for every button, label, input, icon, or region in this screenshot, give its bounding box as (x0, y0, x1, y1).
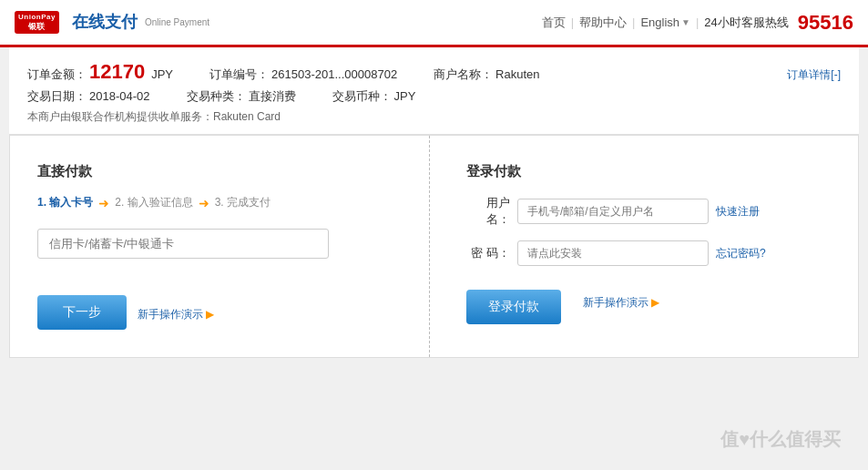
direct-demo-text: 新手操作演示 (138, 307, 203, 322)
payment-steps: 1. 输入卡号 ➜ 2. 输入验证信息 ➜ 3. 完成支付 (37, 195, 402, 210)
login-form: 用户名： 快速注册 密 码： 忘记密码? (466, 195, 831, 266)
order-no-field: 订单编号： 261503-201...00008702 (209, 66, 397, 83)
type-label: 交易种类： (187, 88, 246, 105)
lang-selector[interactable]: English ▼ (640, 15, 690, 29)
forgot-password-link[interactable]: 忘记密码? (716, 246, 766, 261)
nav-sep3: | (696, 15, 699, 29)
password-input[interactable] (517, 240, 709, 266)
amount-currency: JPY (151, 67, 173, 81)
service-text: 本商户由银联合作机构提供收单服务：Rakuten Card (27, 110, 281, 123)
unionpay-logo: UnionPay 银联 (15, 11, 59, 33)
order-row1: 订单金额： 12170 JPY 订单编号： 261503-201...00008… (27, 60, 841, 84)
login-payment-panel: 登录付款 用户名： 快速注册 密 码： 忘记密码? 登录付款 新手操作演示 ▶ (430, 136, 858, 357)
date-value: 2018-04-02 (89, 89, 150, 103)
nav-help-link[interactable]: 帮助中心 (579, 15, 627, 31)
order-row2: 交易日期： 2018-04-02 交易种类： 直接消费 交易币种： JPY (27, 88, 841, 105)
date-label: 交易日期： (27, 88, 87, 105)
order-no-value: 261503-201...00008702 (271, 67, 397, 81)
step-arrow2: ➜ (199, 196, 209, 210)
step3-label: 3. 完成支付 (215, 195, 271, 210)
main-wrapper: 直接付款 1. 输入卡号 ➜ 2. 输入验证信息 ➜ 3. 完成支付 下一步 新… (9, 135, 859, 358)
login-demo-arrow-icon: ▶ (651, 296, 659, 309)
nav-sep2: | (632, 15, 635, 29)
login-btn-row: 登录付款 新手操作演示 ▶ (466, 281, 831, 324)
password-row: 密 码： 忘记密码? (466, 240, 831, 266)
step-arrow1: ➜ (98, 196, 109, 210)
type-value: 直接消费 (249, 88, 296, 105)
demo-arrow-icon: ▶ (206, 308, 214, 321)
step2-label: 2. 输入验证信息 (115, 195, 192, 210)
currency-label: 交易币种： (332, 88, 392, 105)
nav-home-link[interactable]: 首页 (542, 15, 566, 31)
login-demo-text: 新手操作演示 (583, 295, 648, 311)
login-payment-title: 登录付款 (466, 163, 831, 180)
login-demo-link[interactable]: 新手操作演示 ▶ (583, 295, 659, 311)
currency-value: JPY (394, 89, 416, 103)
direct-payment-title: 直接付款 (37, 163, 402, 180)
nav-sep1: | (571, 15, 574, 29)
hotline-number: 95516 (798, 11, 853, 35)
order-no-label: 订单编号： (209, 66, 269, 83)
unionpay-text1: UnionPay (18, 13, 56, 22)
card-number-input[interactable] (37, 229, 329, 259)
direct-demo-link[interactable]: 新手操作演示 ▶ (138, 307, 214, 322)
order-info-bar: 订单金额： 12170 JPY 订单编号： 261503-201...00008… (9, 47, 859, 135)
merchant-label: 商户名称： (434, 66, 493, 83)
amount-label: 订单金额： (27, 66, 87, 83)
username-label: 用户名： (466, 195, 510, 228)
header-nav: 首页 | 帮助中心 | English ▼ | 24小时客服热线 95516 (542, 11, 853, 35)
type-field: 交易种类： 直接消费 (187, 88, 296, 105)
logo-area: UnionPay 银联 在线支付 Online Payment (15, 11, 209, 33)
next-button[interactable]: 下一步 (37, 295, 127, 330)
lang-label: English (640, 15, 679, 29)
logo-sub-text: Online Payment (145, 17, 209, 27)
order-detail-link[interactable]: 订单详情[-] (787, 67, 841, 83)
amount-field: 订单金额： 12170 JPY (27, 60, 173, 84)
service-row: 本商户由银联合作机构提供收单服务：Rakuten Card (27, 109, 841, 125)
direct-payment-panel: 直接付款 1. 输入卡号 ➜ 2. 输入验证信息 ➜ 3. 完成支付 下一步 新… (10, 136, 430, 357)
merchant-value: Rakuten (495, 67, 539, 81)
lang-arrow-icon: ▼ (681, 17, 690, 27)
password-label: 密 码： (466, 245, 510, 261)
username-row: 用户名： 快速注册 (466, 195, 831, 228)
login-button[interactable]: 登录付款 (466, 290, 561, 324)
date-field: 交易日期： 2018-04-02 (27, 88, 150, 105)
username-input[interactable] (517, 199, 709, 224)
logo-main-text: 在线支付 (72, 11, 138, 33)
merchant-field: 商户名称： Rakuten (434, 66, 539, 83)
amount-value: 12170 (89, 60, 145, 84)
header: UnionPay 银联 在线支付 Online Payment 首页 | 帮助中… (0, 0, 868, 47)
quick-register-link[interactable]: 快速注册 (716, 204, 760, 220)
step1-label: 1. 输入卡号 (37, 195, 93, 210)
hotline-label: 24小时客服热线 (704, 15, 788, 31)
unionpay-text2: 银联 (28, 22, 45, 32)
currency-field: 交易币种： JPY (332, 88, 416, 105)
panels-container: 直接付款 1. 输入卡号 ➜ 2. 输入验证信息 ➜ 3. 完成支付 下一步 新… (10, 136, 858, 357)
